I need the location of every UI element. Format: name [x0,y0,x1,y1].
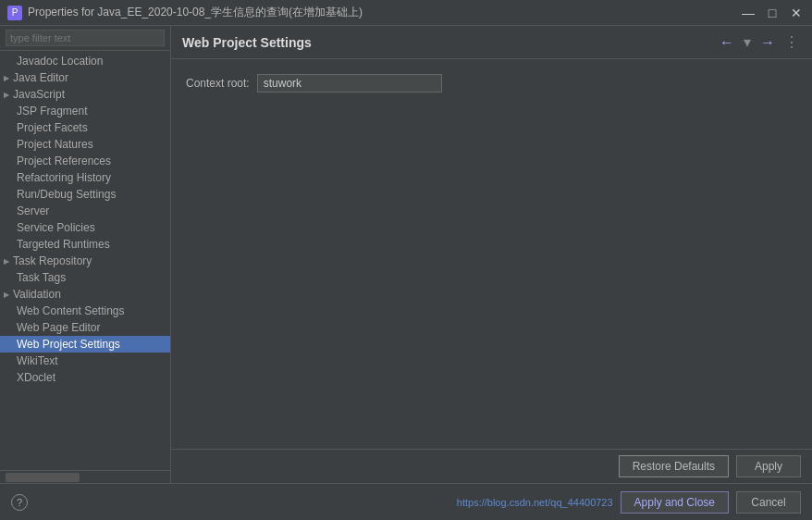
sidebar-item-label: XDoclet [17,371,55,384]
sidebar-item-label: JavaScript [13,88,65,101]
filter-input[interactable] [6,30,165,46]
context-root-input[interactable] [257,74,442,93]
forward-icon[interactable]: → [758,32,777,53]
sidebar-item-web-project-settings[interactable]: Web Project Settings [0,336,170,353]
panel-title: Web Project Settings [182,35,312,50]
left-panel: Javadoc LocationJava EditorJavaScriptJSP… [0,26,171,483]
sidebar-item-server[interactable]: Server [0,203,170,219]
right-action-bar: Restore Defaults Apply [171,449,812,483]
sidebar-item-label: Run/Debug Settings [17,188,116,201]
maximize-button[interactable]: □ [764,5,781,21]
nav-dropdown-icon[interactable]: ▾ [742,31,753,53]
main-layout: Javadoc LocationJava EditorJavaScriptJSP… [0,26,812,483]
sidebar-item-label: Project Facets [17,121,88,134]
title-bar-left: P Properties for Java_EE_2020-10-08_学生信息… [7,5,363,20]
sidebar-item-label: Service Policies [17,221,95,234]
sidebar-item-label: Web Content Settings [17,304,125,317]
sidebar-item-javadoc-location[interactable]: Javadoc Location [0,53,170,69]
title-bar: P Properties for Java_EE_2020-10-08_学生信息… [0,0,812,26]
tree-hscroll[interactable] [6,473,80,482]
sidebar-item-label: Server [17,204,49,217]
sidebar-item-wikitext[interactable]: WikiText [0,353,170,369]
right-header: Web Project Settings ← ▾ → ⋮ [171,26,812,59]
sidebar-item-label: Javadoc Location [17,55,103,68]
sidebar-item-run-debug-settings[interactable]: Run/Debug Settings [0,186,170,203]
bottom-left: ? [11,494,28,511]
close-button[interactable]: ✕ [788,5,805,21]
restore-defaults-button[interactable]: Restore Defaults [619,455,729,477]
sidebar-item-label: Targeted Runtimes [17,238,110,251]
sidebar-item-project-facets[interactable]: Project Facets [0,119,170,136]
sidebar-item-javascript[interactable]: JavaScript [0,86,170,103]
sidebar-item-service-policies[interactable]: Service Policies [0,219,170,236]
bottom-right: https://blog.csdn.net/qq_44400723 Apply … [457,491,801,514]
sidebar-item-validation[interactable]: Validation [0,286,170,303]
context-root-label: Context root: [186,77,250,90]
bottom-bar: ? https://blog.csdn.net/qq_44400723 Appl… [0,483,812,520]
right-nav-icons: ← ▾ → ⋮ [718,31,801,53]
sidebar-item-label: Project References [17,155,111,167]
sidebar-item-label: JSP Fragment [17,105,87,118]
sidebar-item-task-tags[interactable]: Task Tags [0,269,170,286]
sidebar-item-label: Web Page Editor [17,321,101,334]
window-title: Properties for Java_EE_2020-10-08_学生信息的查… [28,5,363,20]
sidebar-item-targeted-runtimes[interactable]: Targeted Runtimes [0,236,170,253]
sidebar-item-xdoclet[interactable]: XDoclet [0,369,170,386]
tree-list: Javadoc LocationJava EditorJavaScriptJSP… [0,51,170,470]
sidebar-item-refactoring-history[interactable]: Refactoring History [0,169,170,186]
bottom-link: https://blog.csdn.net/qq_44400723 [457,497,613,508]
sidebar-item-java-editor[interactable]: Java Editor [0,69,170,86]
minimize-button[interactable]: — [740,5,757,21]
sidebar-item-label: Web Project Settings [17,338,120,351]
context-root-row: Context root: [186,74,797,93]
sidebar-item-label: Validation [13,288,61,301]
right-content: Context root: [171,59,812,449]
tree-scroll-bar [0,470,170,483]
sidebar-item-label: Refactoring History [17,171,111,184]
sidebar-item-jsp-fragment[interactable]: JSP Fragment [0,103,170,119]
title-bar-controls: — □ ✕ [740,5,805,21]
apply-and-close-button[interactable]: Apply and Close [621,491,729,514]
apply-button[interactable]: Apply [736,455,801,477]
filter-box [0,26,170,51]
more-icon[interactable]: ⋮ [782,31,801,53]
sidebar-item-label: Task Tags [17,271,66,284]
sidebar-item-project-references[interactable]: Project References [0,153,170,169]
sidebar-item-web-content-settings[interactable]: Web Content Settings [0,303,170,319]
sidebar-item-label: Java Editor [13,71,68,84]
sidebar-item-label: Project Natures [17,138,93,151]
sidebar-item-label: Task Repository [13,254,92,267]
sidebar-item-project-natures[interactable]: Project Natures [0,136,170,153]
sidebar-item-web-page-editor[interactable]: Web Page Editor [0,319,170,336]
right-panel: Web Project Settings ← ▾ → ⋮ Context roo… [171,26,812,483]
sidebar-item-label: WikiText [17,354,58,367]
app-icon: P [7,6,22,20]
back-icon[interactable]: ← [718,32,736,53]
sidebar-item-task-repository[interactable]: Task Repository [0,253,170,269]
cancel-button[interactable]: Cancel [736,491,801,514]
help-icon[interactable]: ? [11,494,28,511]
